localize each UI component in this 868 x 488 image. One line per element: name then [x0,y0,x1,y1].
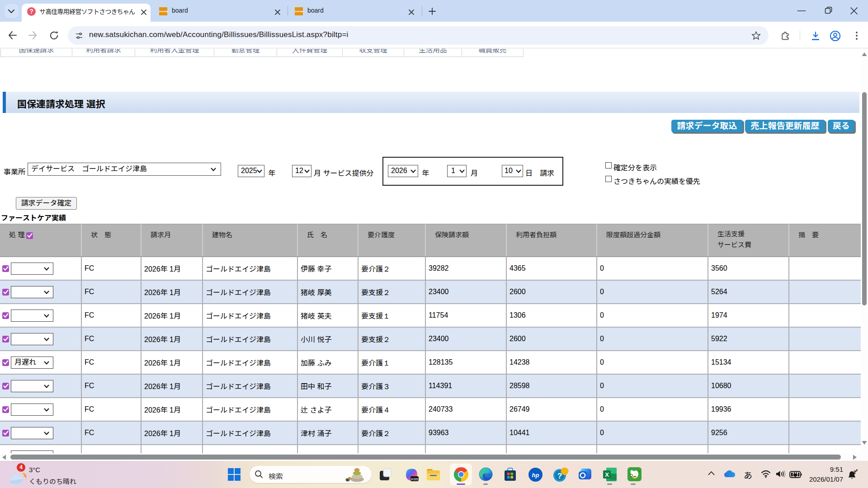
svg-text:hp: hp [532,472,539,479]
svg-text:M365: M365 [411,478,419,481]
svg-text:X: X [605,471,609,478]
svg-text:7: 7 [638,470,640,474]
